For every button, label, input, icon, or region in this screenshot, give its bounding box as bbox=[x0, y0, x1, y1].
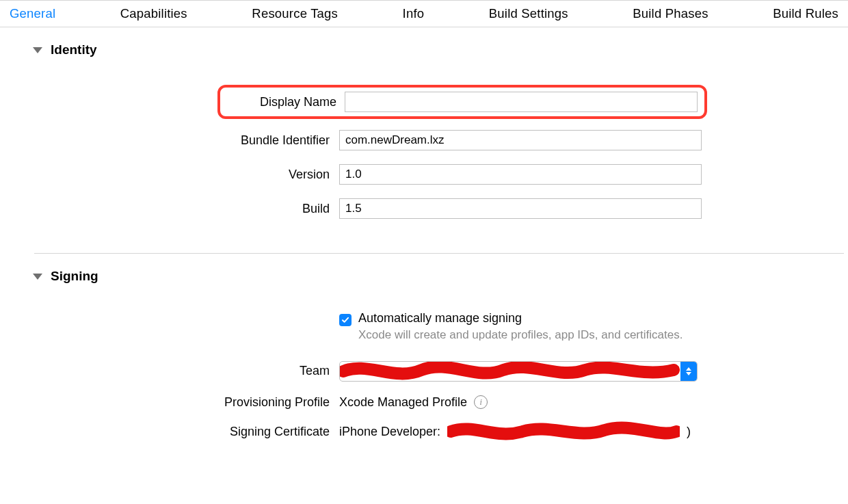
checkmark-icon bbox=[341, 316, 349, 324]
version-label: Version bbox=[4, 168, 339, 182]
tab-build-settings[interactable]: Build Settings bbox=[489, 6, 568, 21]
bundle-identifier-label: Bundle Identifier bbox=[4, 133, 339, 148]
section-identity-header[interactable]: Identity bbox=[4, 42, 844, 57]
signing-certificate-suffix: ) bbox=[687, 425, 691, 439]
build-label: Build bbox=[4, 202, 339, 216]
team-redacted bbox=[340, 362, 680, 381]
info-icon[interactable]: i bbox=[474, 395, 488, 409]
disclosure-triangle-icon bbox=[33, 274, 42, 280]
version-input[interactable] bbox=[339, 164, 702, 185]
build-input[interactable] bbox=[339, 198, 702, 219]
signing-certificate-redacted bbox=[447, 423, 680, 441]
stepper-icon bbox=[680, 362, 697, 381]
tab-build-phases[interactable]: Build Phases bbox=[633, 6, 708, 21]
tab-general[interactable]: General bbox=[10, 6, 55, 21]
section-identity-title: Identity bbox=[51, 42, 97, 57]
signing-certificate-prefix: iPhone Developer: bbox=[339, 425, 440, 439]
tab-capabilities[interactable]: Capabilities bbox=[120, 6, 187, 21]
section-signing: Signing Automatically manage signing Xco… bbox=[4, 254, 844, 475]
provisioning-profile-value: Xcode Managed Profile bbox=[339, 395, 467, 410]
tab-info[interactable]: Info bbox=[403, 6, 425, 21]
tab-resource-tags[interactable]: Resource Tags bbox=[252, 6, 338, 21]
team-select[interactable] bbox=[339, 361, 698, 382]
section-signing-title: Signing bbox=[51, 269, 98, 284]
disclosure-triangle-icon bbox=[33, 47, 42, 53]
auto-manage-signing-checkbox[interactable] bbox=[339, 314, 352, 326]
tabs-bar: General Capabilities Resource Tags Info … bbox=[0, 0, 848, 27]
section-identity: Identity Display Name Bundle Identifier bbox=[4, 27, 844, 253]
section-signing-header[interactable]: Signing bbox=[4, 269, 844, 284]
auto-manage-signing-label: Automatically manage signing bbox=[358, 311, 683, 326]
display-name-input[interactable] bbox=[345, 92, 698, 112]
signing-certificate-label: Signing Certificate bbox=[4, 425, 339, 439]
display-name-highlight: Display Name bbox=[217, 85, 707, 119]
display-name-label: Display Name bbox=[227, 95, 339, 109]
tab-build-rules[interactable]: Build Rules bbox=[773, 6, 838, 21]
bundle-identifier-input[interactable] bbox=[339, 130, 702, 150]
auto-manage-signing-subtext: Xcode will create and update profiles, a… bbox=[358, 328, 683, 343]
provisioning-profile-label: Provisioning Profile bbox=[4, 395, 339, 410]
team-label: Team bbox=[4, 364, 339, 378]
